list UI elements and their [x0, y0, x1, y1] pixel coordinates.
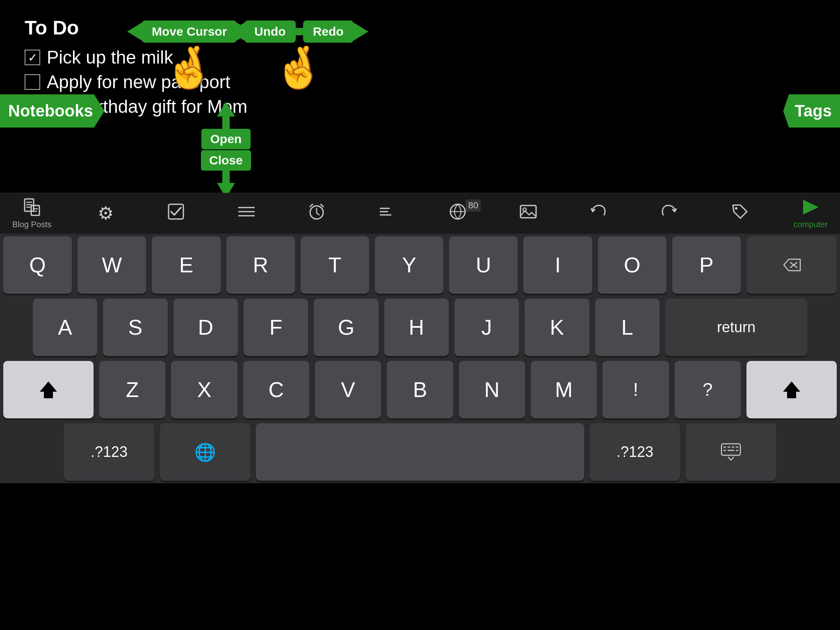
- key-num-left[interactable]: .?123: [64, 423, 154, 481]
- notebooks-label: Notebooks: [8, 102, 93, 120]
- tags-button[interactable]: Tags: [783, 94, 840, 128]
- svg-marker-28: [783, 381, 800, 398]
- key-h[interactable]: H: [384, 299, 449, 356]
- redo-icon: [660, 203, 678, 224]
- settings-button[interactable]: ⚙: [89, 204, 122, 223]
- key-d[interactable]: D: [173, 299, 238, 356]
- hand-cursor-right: 🤞: [230, 47, 368, 88]
- key-e[interactable]: E: [152, 236, 220, 294]
- key-shift-left[interactable]: [3, 361, 94, 418]
- checkbox-button[interactable]: [160, 203, 192, 224]
- key-keyboard-hide[interactable]: [686, 423, 776, 481]
- checkbox-2[interactable]: [25, 74, 40, 90]
- key-g[interactable]: G: [314, 299, 378, 356]
- open-arrow-up: [217, 102, 235, 116]
- svg-point-23: [735, 207, 737, 210]
- undo-icon: [589, 203, 607, 224]
- key-num-right[interactable]: .?123: [590, 423, 680, 481]
- keyboard-row-2: A S D F G H J K L return: [0, 296, 840, 358]
- word-count-value: 80: [466, 199, 480, 212]
- notebooks-button[interactable]: Notebooks: [0, 94, 105, 128]
- key-space[interactable]: [256, 423, 584, 481]
- tag-button[interactable]: [723, 203, 756, 224]
- todo-item-3: Buy birthday gift for Mom: [25, 96, 815, 117]
- svg-line-13: [317, 213, 319, 215]
- note-area: To Do Pick up the milk Apply for new pas…: [0, 0, 840, 193]
- key-backspace[interactable]: [746, 236, 837, 294]
- blog-posts-label: Blog Posts: [12, 220, 52, 229]
- key-v[interactable]: V: [315, 361, 381, 418]
- key-x[interactable]: X: [171, 361, 237, 418]
- list-button[interactable]: [230, 203, 263, 224]
- key-f[interactable]: F: [244, 299, 308, 356]
- key-o[interactable]: O: [598, 236, 667, 294]
- key-u[interactable]: U: [449, 236, 518, 294]
- format-icon: [378, 203, 396, 224]
- svg-marker-24: [803, 200, 819, 215]
- send-button[interactable]: computer: [794, 198, 828, 229]
- redo-label: Redo: [303, 21, 354, 43]
- word-count-button[interactable]: 80: [441, 203, 474, 224]
- keyboard-row-1: Q W E R T Y U I O P: [0, 234, 840, 296]
- key-j[interactable]: J: [454, 299, 519, 356]
- arrow-left-icon: [127, 23, 142, 41]
- keyboard-row-3: Z X C V B N M ! ?: [0, 358, 840, 421]
- key-s[interactable]: S: [103, 299, 167, 356]
- key-exclamation[interactable]: !: [603, 361, 669, 418]
- key-y[interactable]: Y: [375, 236, 443, 294]
- blog-posts-button[interactable]: Blog Posts: [12, 198, 52, 229]
- key-n[interactable]: N: [459, 361, 525, 418]
- svg-rect-21: [520, 205, 536, 218]
- undo-arrow-left: [230, 23, 244, 41]
- key-z[interactable]: Z: [99, 361, 165, 418]
- keyboard: Q W E R T Y U I O P A S D F G H J K L re…: [0, 234, 840, 483]
- checkbox-1[interactable]: [25, 50, 40, 65]
- svg-rect-4: [31, 205, 39, 215]
- redo-button[interactable]: [653, 203, 685, 224]
- key-c[interactable]: C: [243, 361, 309, 418]
- key-q[interactable]: Q: [3, 236, 72, 294]
- gear-icon: ⚙: [98, 204, 114, 222]
- undo-label: Undo: [244, 21, 296, 43]
- key-shift-right[interactable]: [746, 361, 837, 418]
- image-button[interactable]: [512, 203, 545, 224]
- key-w[interactable]: W: [78, 236, 146, 294]
- blog-posts-icon: [23, 198, 41, 219]
- key-l[interactable]: L: [595, 299, 660, 356]
- tag-icon: [730, 203, 749, 224]
- svg-marker-27: [40, 381, 57, 398]
- key-i[interactable]: I: [523, 236, 592, 294]
- alarm-button[interactable]: [300, 203, 333, 224]
- keyboard-row-4: .?123 🌐 .?123: [0, 421, 840, 483]
- toolbar: Blog Posts ⚙: [0, 193, 840, 234]
- list-icon: [237, 203, 256, 224]
- key-globe[interactable]: 🌐: [160, 423, 250, 481]
- close-label: Close: [201, 150, 251, 171]
- checkbox-icon: [167, 203, 185, 224]
- key-r[interactable]: R: [226, 236, 295, 294]
- tags-label: Tags: [795, 102, 832, 120]
- key-p[interactable]: P: [672, 236, 741, 294]
- image-icon: [519, 203, 537, 224]
- gesture-undo-redo: Undo Redo 🤞: [230, 21, 368, 88]
- key-m[interactable]: M: [531, 361, 597, 418]
- send-icon: [801, 198, 819, 219]
- alarm-icon: [308, 203, 326, 224]
- key-question[interactable]: ?: [675, 361, 741, 418]
- format-button[interactable]: [371, 203, 404, 224]
- undo-button[interactable]: [582, 203, 615, 224]
- send-label: computer: [794, 220, 828, 229]
- redo-arrow-right: [354, 23, 368, 41]
- open-label: Open: [201, 129, 251, 149]
- key-a[interactable]: A: [33, 299, 97, 356]
- svg-line-14: [310, 204, 313, 207]
- move-cursor-label: Move Cursor: [142, 21, 237, 43]
- word-count-icon: [449, 203, 467, 224]
- key-k[interactable]: K: [525, 299, 589, 356]
- svg-line-15: [321, 204, 323, 207]
- svg-rect-29: [721, 444, 740, 455]
- key-return[interactable]: return: [665, 299, 807, 356]
- key-b[interactable]: B: [387, 361, 453, 418]
- key-t[interactable]: T: [301, 236, 369, 294]
